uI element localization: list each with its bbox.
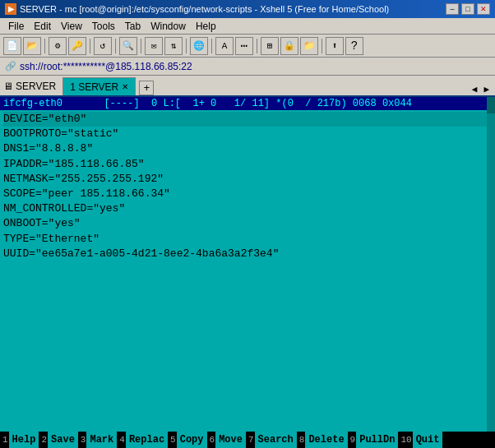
new-button[interactable]: 📄 [3,37,21,55]
color-button[interactable]: ⋯ [235,37,253,55]
separator-4 [141,39,141,53]
fn-label[interactable]: Copy [177,432,207,448]
fn-item-copy[interactable]: 5Copy [168,432,206,448]
fn-label[interactable]: Search [255,432,297,448]
fn-label[interactable]: Replac [126,432,168,448]
search-button[interactable]: 🔍 [119,37,137,55]
tab-add-button[interactable]: + [139,81,154,95]
menu-tools[interactable]: Tools [87,19,120,34]
main-area: ifcfg-eth0 [----] 0 L:[ 1+ 0 1/ 11] *(0 … [0,97,495,448]
fn-label[interactable]: Move [215,432,246,448]
fn-item-replac[interactable]: 4Replac [117,432,168,448]
fn-item-quit[interactable]: 10Quit [398,432,442,448]
tab-1-server[interactable]: 1 SERVER ✕ [62,77,136,95]
lock-button[interactable]: 🔒 [280,37,298,55]
folder-button[interactable]: 📁 [300,37,318,55]
server-label: 🖥 SERVER [3,81,56,95]
separator-8 [322,39,322,53]
fn-label[interactable]: Mark [86,432,117,448]
fn-label[interactable]: Save [48,432,78,448]
address-prefix: ssh://root: [20,61,63,72]
fn-number: 10 [398,435,412,445]
separator-2 [90,39,90,53]
separator-7 [257,39,257,53]
menu-window[interactable]: Window [146,19,191,34]
info-button[interactable]: ? [345,37,363,55]
font-button[interactable]: A [215,37,234,55]
upload-button[interactable]: ⬆ [326,37,344,55]
fn-number: 7 [246,435,255,445]
terminal-line: TYPE="Ethernet" [3,232,492,247]
fn-item-move[interactable]: 6Move [207,432,246,448]
window-title: SERVER - mc [root@origin]:/etc/sysconfig… [20,4,389,14]
fn-number: 8 [297,435,306,445]
terminal-line: ONBOOT="yes" [3,216,492,231]
tab-area: 🖥 SERVER 1 SERVER ✕ + ◀ ▶ [0,76,495,97]
toolbar: 📄 📂 ⚙ 🔑 ↺ 🔍 ✉ ⇅ 🌐 A ⋯ ⊞ 🔒 📁 ⬆ ? [0,35,495,58]
fn-number: 9 [348,435,357,445]
fn-item-pulldn[interactable]: 9PullDn [348,432,399,448]
fn-item-search[interactable]: 7Search [246,432,297,448]
menu-tab[interactable]: Tab [120,19,146,34]
global-button[interactable]: 🌐 [190,37,208,55]
terminal-line: NM_CONTROLLED="yes" [3,201,492,216]
menu-bar: File Edit View Tools Tab Window Help [0,18,495,35]
minimize-button[interactable]: – [446,3,459,15]
close-button[interactable]: ✕ [477,3,490,15]
key-button[interactable]: 🔑 [68,37,86,55]
tab-prev-button[interactable]: ◀ [470,83,480,95]
terminal-line: UUID="ee65a7e1-a005-4d21-8ee2-4ba6a3a2f3… [3,247,492,261]
terminal-wrapper: ifcfg-eth0 [----] 0 L:[ 1+ 0 1/ 11] *(0 … [0,97,495,448]
maximize-button[interactable]: □ [461,3,474,15]
address-text: ***********@185.118.66.85:22 [63,61,192,72]
tab-next-button[interactable]: ▶ [481,83,492,95]
terminal-line: BOOTPROTO="static" [3,127,492,141]
resize-button[interactable]: ⊞ [261,37,279,55]
fn-number: 2 [39,435,48,445]
separator-3 [115,39,116,53]
fn-label[interactable]: Quit [413,432,443,448]
fn-label[interactable]: Help [9,432,39,448]
separator-5 [186,39,187,53]
app-icon: ▶ [5,3,16,15]
tab-close-icon[interactable]: ✕ [122,82,128,91]
fn-label[interactable]: PullDn [356,432,398,448]
terminal-scrollbar[interactable] [487,97,495,432]
fn-label[interactable]: Delete [305,432,347,448]
terminal-line: NETMASK="255.255.255.192" [3,172,492,187]
address-bar: 🔗 ssh://root:***********@185.118.66.85:2… [0,58,495,76]
tab-label: 1 SERVER [70,81,118,93]
fn-item-delete[interactable]: 8Delete [297,432,348,448]
menu-file[interactable]: File [3,19,29,34]
fn-number: 6 [207,435,216,445]
server-icon: 🖥 [3,81,13,92]
reconnect-button[interactable]: ↺ [94,37,112,55]
open-button[interactable]: 📂 [23,37,41,55]
terminal-scroll-thumb[interactable] [487,97,495,113]
separator-1 [44,39,45,53]
transfer-button[interactable]: ⇅ [164,37,183,55]
menu-edit[interactable]: Edit [29,19,56,34]
terminal-content[interactable]: DEVICE="eth0"BOOTPROTO="static"DNS1="8.8… [0,110,495,412]
fn-number: 4 [117,435,126,445]
fn-number: 3 [78,435,87,445]
fn-number: 5 [168,435,177,445]
fn-item-help[interactable]: 1Help [0,432,39,448]
settings-button[interactable]: ⚙ [49,37,67,55]
separator-6 [211,39,212,53]
terminal-line: DEVICE="eth0" [3,112,492,127]
window-controls: – □ ✕ [446,3,490,15]
menu-help[interactable]: Help [191,19,221,34]
server-name: SERVER [16,81,56,92]
fn-item-save[interactable]: 2Save [39,432,77,448]
fn-item-mark[interactable]: 3Mark [78,432,117,448]
menu-view[interactable]: View [56,19,87,34]
terminal-line: SCOPE="peer 185.118.66.34" [3,187,492,201]
terminal-line: IPADDR="185.118.66.85" [3,157,492,172]
function-key-bar: 1Help2Save3Mark4Replac5Copy6Move7Search8… [0,432,495,448]
terminal[interactable]: ifcfg-eth0 [----] 0 L:[ 1+ 0 1/ 11] *(0 … [0,97,495,432]
tab-nav: ◀ ▶ [470,83,492,95]
compose-button[interactable]: ✉ [145,37,163,55]
title-bar-left: ▶ SERVER - mc [root@origin]:/etc/sysconf… [5,3,389,15]
fn-number: 1 [0,435,9,445]
